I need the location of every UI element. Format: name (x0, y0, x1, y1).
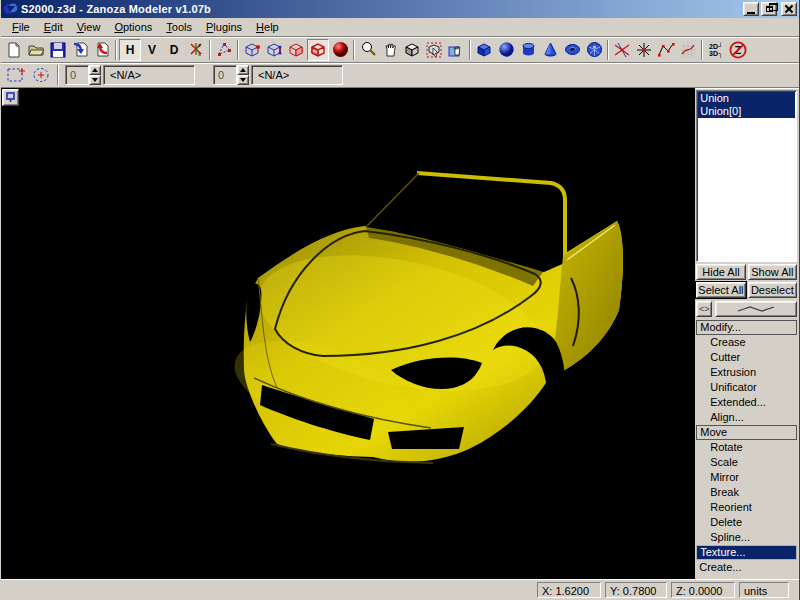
primitive-geosphere-icon (586, 41, 603, 58)
tool-menu-extended[interactable]: Extended... (696, 395, 797, 410)
select-all-button[interactable]: Select All (696, 282, 745, 298)
close-button[interactable] (781, 2, 797, 16)
app-window: S2000.z3d - Zanoza Modeler v1.07b File E… (0, 0, 800, 600)
selection-spinner-1[interactable]: 0 (65, 65, 101, 85)
edges-mode-button[interactable] (263, 39, 285, 61)
about-zanoza-button[interactable]: Z (727, 39, 749, 61)
wire-cross-button[interactable] (611, 39, 633, 61)
tool-menu-reorient[interactable]: Reorient (696, 500, 797, 515)
menu-plugins[interactable]: Plugins (199, 19, 249, 35)
import-button[interactable] (69, 39, 91, 61)
pan-button[interactable] (379, 39, 401, 61)
tool-menu-extrusion[interactable]: Extrusion (696, 365, 797, 380)
view-vertical-button[interactable]: V (141, 39, 163, 61)
tool-menu-create[interactable]: Create... (696, 560, 797, 575)
tool-menu-rotate[interactable]: Rotate (696, 440, 797, 455)
car-model-s2000[interactable] (1, 88, 695, 579)
tool-menu-align[interactable]: Align... (696, 410, 797, 425)
materials-button[interactable] (329, 39, 351, 61)
selection-dropdown-1[interactable]: <N/A> (103, 65, 195, 85)
toolbar-separator (607, 40, 609, 60)
primitive-torus-icon (564, 41, 581, 58)
select-object-button[interactable] (423, 39, 445, 61)
wire-grid-icon (679, 41, 697, 59)
minimize-button[interactable] (743, 2, 759, 16)
import-icon (72, 41, 89, 58)
tool-menu-mirror[interactable]: Mirror (696, 470, 797, 485)
move-object-button[interactable] (445, 39, 467, 61)
primitive-geosphere-button[interactable] (583, 39, 605, 61)
spinner-value[interactable]: 0 (213, 65, 237, 85)
titlebar[interactable]: S2000.z3d - Zanoza Modeler v1.07b (1, 0, 799, 18)
view-diagonal-button[interactable]: D (163, 39, 185, 61)
save-button[interactable] (47, 39, 69, 61)
wire-grid-button[interactable] (677, 39, 699, 61)
view-horizontal-button[interactable]: H (119, 39, 141, 61)
primitive-cone-icon (542, 41, 559, 58)
selection-spinner-2[interactable]: 0 (213, 65, 249, 85)
menu-help[interactable]: Help (249, 19, 286, 35)
export-button[interactable] (91, 39, 113, 61)
tool-menu-modify[interactable]: Modify... (696, 320, 797, 335)
list-item[interactable]: Union[0] (698, 105, 795, 118)
arrow-up-icon (240, 68, 246, 72)
restore-button[interactable] (761, 2, 777, 16)
tool-menu-break[interactable]: Break (696, 485, 797, 500)
side-panel: Union Union[0] Hide All Show All Select … (693, 88, 799, 579)
v-label: V (148, 43, 156, 57)
wire-star-button[interactable] (633, 39, 655, 61)
tool-menu-texture[interactable]: Texture... (696, 545, 797, 560)
primitive-torus-button[interactable] (561, 39, 583, 61)
polygon-edit-button[interactable] (213, 39, 235, 61)
object-list[interactable]: Union Union[0] (696, 90, 797, 262)
tool-menu-delete[interactable]: Delete (696, 515, 797, 530)
tool-menu-cutter[interactable]: Cutter (696, 350, 797, 365)
mode-2d-3d-button[interactable]: 2D┘3D┐ (705, 39, 727, 61)
new-button[interactable] (3, 39, 25, 61)
tool-menu-spline[interactable]: Spline... (696, 530, 797, 545)
collapse-button[interactable] (715, 301, 797, 317)
menu-view[interactable]: View (70, 19, 108, 35)
viewport-maximize-button[interactable] (2, 89, 19, 106)
show-all-button[interactable]: Show All (748, 264, 797, 280)
primitive-sphere-button[interactable] (495, 39, 517, 61)
deselect-button[interactable]: Deselect (748, 282, 797, 298)
primitive-box-button[interactable] (473, 39, 495, 61)
menu-tools[interactable]: Tools (159, 19, 199, 35)
spin-up-button[interactable] (237, 65, 249, 75)
axes-icon: zx (188, 41, 205, 58)
panel-toggle-button[interactable]: <> (696, 301, 712, 317)
open-button[interactable] (25, 39, 47, 61)
tool-menu-unificator[interactable]: Unificator (696, 380, 797, 395)
faces-mode-button[interactable] (285, 39, 307, 61)
objects-mode-button[interactable] (307, 39, 329, 61)
rect-select-button[interactable] (3, 64, 29, 86)
spin-down-button[interactable] (89, 75, 101, 85)
primitive-cylinder-button[interactable] (517, 39, 539, 61)
wire-polyline-button[interactable] (655, 39, 677, 61)
arrow-up-icon (92, 68, 98, 72)
spinner-value[interactable]: 0 (65, 65, 89, 85)
view-cube-button[interactable] (401, 39, 423, 61)
arrow-down-icon (240, 78, 246, 82)
zoom-button[interactable] (357, 39, 379, 61)
circle-select-button[interactable] (29, 64, 55, 86)
axes-button[interactable]: zx (185, 39, 207, 61)
menu-options[interactable]: Options (107, 19, 159, 35)
vertices-mode-button[interactable] (241, 39, 263, 61)
spin-up-button[interactable] (89, 65, 101, 75)
tool-menu-scale[interactable]: Scale (696, 455, 797, 470)
primitive-cone-button[interactable] (539, 39, 561, 61)
hide-all-button[interactable]: Hide All (696, 264, 745, 280)
list-item[interactable]: Union (698, 92, 795, 105)
menu-edit[interactable]: Edit (37, 19, 70, 35)
svg-text:x: x (198, 51, 201, 57)
wire-star-icon (635, 41, 653, 59)
menu-file[interactable]: File (5, 19, 37, 35)
viewport-3d[interactable] (1, 88, 693, 579)
selection-dropdown-2[interactable]: <N/A> (251, 65, 343, 85)
tool-menu-crease[interactable]: Crease (696, 335, 797, 350)
primitive-sphere-icon (498, 41, 515, 58)
spin-down-button[interactable] (237, 75, 249, 85)
tool-menu-move[interactable]: Move (696, 425, 797, 440)
